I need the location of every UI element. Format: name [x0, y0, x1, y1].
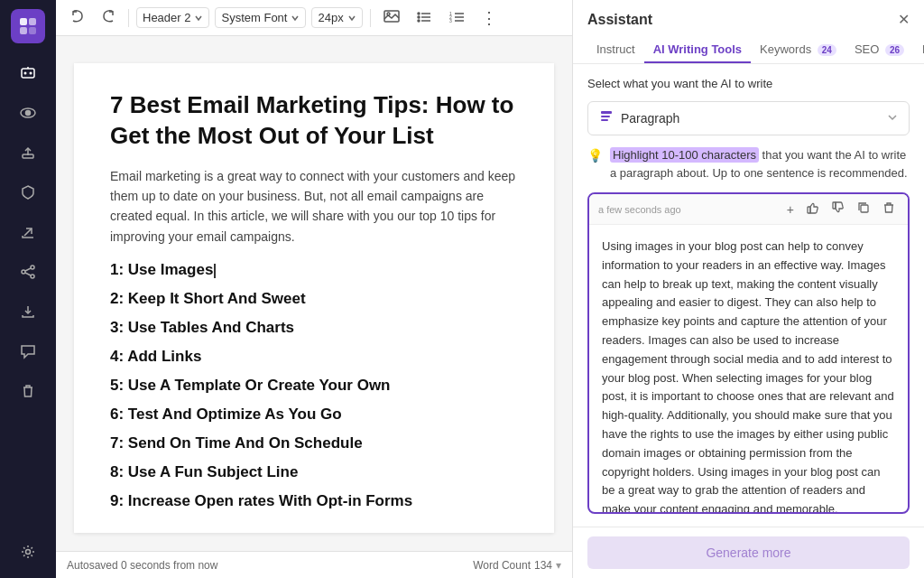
heading-2: 2: Keep It Short And Sweet: [110, 290, 518, 308]
style-label: Header 2: [143, 11, 190, 24]
seo-badge: 26: [885, 44, 904, 56]
svg-point-6: [30, 72, 32, 75]
word-count-value: 134: [534, 559, 552, 572]
dropdown-label: Paragraph: [621, 111, 679, 126]
tab-keywords[interactable]: Keywords 24: [751, 37, 845, 63]
assistant-header: Assistant ✕ Instruct AI Writing Tools Ke…: [573, 0, 924, 64]
assistant-footer: Generate more: [573, 527, 924, 578]
thumbdown-button[interactable]: [828, 200, 848, 219]
sidebar: [0, 0, 56, 578]
tab-ai-writing-tools[interactable]: AI Writing Tools: [644, 37, 751, 63]
svg-rect-39: [833, 202, 836, 209]
font-label: System Font: [221, 11, 287, 24]
image-button[interactable]: [378, 5, 405, 30]
keywords-badge: 24: [818, 44, 836, 56]
sidebar-icon-upload[interactable]: [11, 135, 45, 170]
svg-point-13: [31, 266, 34, 269]
tab-seo[interactable]: SEO 26: [845, 37, 913, 63]
divider-2: [370, 9, 371, 27]
thumbup-button[interactable]: [803, 200, 823, 219]
svg-rect-35: [601, 111, 612, 114]
generate-more-button[interactable]: Generate more: [587, 536, 910, 569]
heading-9: 9: Increase Open rates With Opt-in Forms: [110, 492, 518, 510]
svg-rect-40: [861, 205, 868, 212]
more-button[interactable]: ⋮: [476, 5, 503, 32]
heading-8: 8: Use A Fun Subject Line: [110, 463, 518, 481]
hint-box: 💡 Highlight 10-100 characters that you w…: [587, 146, 910, 182]
tab-history[interactable]: History: [913, 37, 924, 63]
word-count-chevron: ▾: [556, 559, 561, 572]
svg-point-14: [22, 270, 25, 274]
svg-rect-36: [601, 116, 610, 117]
svg-rect-3: [29, 27, 36, 34]
sidebar-icon-settings[interactable]: [11, 535, 45, 569]
assistant-body: Select what you want the AI to write Par…: [573, 64, 924, 527]
svg-rect-1: [29, 18, 36, 25]
sidebar-icon-chat[interactable]: [11, 334, 45, 368]
svg-rect-38: [808, 207, 810, 213]
document-body[interactable]: Email marketing is a great way to connec…: [110, 166, 518, 247]
svg-line-16: [25, 268, 31, 271]
redo-button[interactable]: [96, 5, 121, 30]
svg-line-17: [25, 273, 31, 275]
word-count-area[interactable]: Word Count 134 ▾: [473, 559, 561, 572]
svg-rect-0: [20, 18, 27, 25]
heading-7: 7: Send On Time And On Schedule: [110, 434, 518, 452]
editor-document[interactable]: 7 Best Email Marketing Tips: How to Get …: [74, 63, 554, 533]
autosave-text: Autosaved 0 seconds from now: [67, 559, 217, 572]
size-label: 24px: [318, 11, 343, 24]
svg-point-22: [387, 13, 390, 15]
svg-point-20: [26, 550, 31, 555]
undo-button[interactable]: [65, 5, 90, 30]
highlight-text: Highlight 10-100 characters: [610, 147, 759, 163]
copy-button[interactable]: [854, 200, 873, 219]
add-button[interactable]: +: [783, 200, 798, 219]
section-label: Select what you want the AI to write: [587, 77, 910, 90]
response-timestamp: a few seconds ago: [598, 204, 681, 215]
logo[interactable]: [11, 9, 45, 43]
delete-response-button[interactable]: [879, 200, 899, 219]
heading-5: 5: Use A Template Or Create Your Own: [110, 377, 518, 395]
heading-6: 6: Test And Optimize As You Go: [110, 406, 518, 424]
svg-text:3: 3: [449, 18, 452, 23]
style-select[interactable]: Header 2: [136, 7, 209, 28]
font-select[interactable]: System Font: [215, 7, 306, 28]
list-ol-button[interactable]: 1 2 3: [443, 5, 470, 30]
svg-rect-37: [601, 119, 608, 121]
ai-response-text: Using images in your blog post can help …: [589, 225, 908, 514]
sidebar-icon-shield[interactable]: [11, 175, 45, 210]
ai-response-area: a few seconds ago +: [587, 192, 910, 514]
toolbar: Header 2 System Font 24px: [56, 0, 572, 36]
size-select[interactable]: 24px: [311, 7, 362, 28]
heading-3: 3: Use Tables And Charts: [110, 319, 518, 337]
tab-instruct[interactable]: Instruct: [587, 37, 644, 63]
svg-line-12: [24, 228, 32, 236]
svg-point-9: [26, 111, 31, 116]
document-title[interactable]: 7 Best Email Marketing Tips: How to Get …: [110, 90, 518, 152]
svg-point-5: [24, 72, 27, 75]
sidebar-icon-download[interactable]: [11, 294, 45, 329]
main-area: Header 2 System Font 24px: [56, 0, 572, 578]
assistant-tabs: Instruct AI Writing Tools Keywords 24 SE…: [587, 37, 910, 63]
sidebar-icon-share[interactable]: [11, 255, 45, 289]
svg-point-28: [418, 20, 420, 22]
bulb-icon: 💡: [587, 146, 603, 165]
status-bar: Autosaved 0 seconds from now Word Count …: [56, 551, 572, 578]
close-button[interactable]: ✕: [898, 11, 910, 28]
ai-response-toolbar: a few seconds ago +: [589, 194, 908, 225]
divider-1: [128, 9, 129, 27]
sidebar-icon-export[interactable]: [11, 215, 45, 249]
list-ul-button[interactable]: [411, 5, 438, 30]
editor-area[interactable]: 7 Best Email Marketing Tips: How to Get …: [56, 36, 572, 551]
sidebar-icon-trash[interactable]: [11, 374, 45, 408]
assistant-panel: Assistant ✕ Instruct AI Writing Tools Ke…: [572, 0, 924, 578]
sidebar-icon-eye[interactable]: [11, 96, 45, 130]
svg-point-27: [418, 16, 420, 18]
sidebar-icon-ai[interactable]: [11, 56, 45, 90]
hint-text: Highlight 10-100 characters that you wan…: [610, 146, 910, 182]
heading-1: 1: Use Images: [110, 261, 518, 279]
svg-point-26: [418, 13, 420, 14]
paragraph-dropdown[interactable]: Paragraph: [587, 101, 910, 135]
assistant-title: Assistant: [587, 12, 652, 28]
svg-point-15: [31, 275, 34, 278]
